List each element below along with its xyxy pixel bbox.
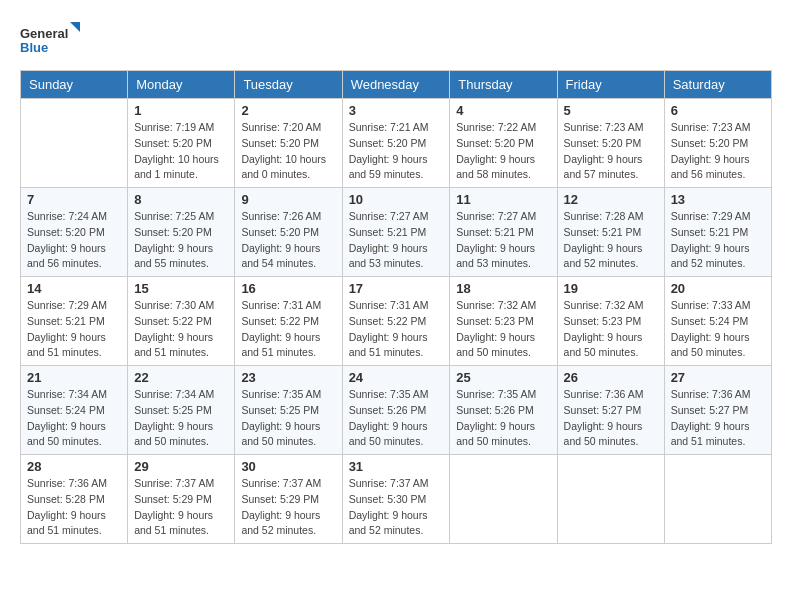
calendar-cell: 7Sunrise: 7:24 AMSunset: 5:20 PMDaylight… xyxy=(21,188,128,277)
day-number: 28 xyxy=(27,459,121,474)
calendar-cell: 8Sunrise: 7:25 AMSunset: 5:20 PMDaylight… xyxy=(128,188,235,277)
calendar-cell: 1Sunrise: 7:19 AMSunset: 5:20 PMDaylight… xyxy=(128,99,235,188)
calendar-cell xyxy=(450,455,557,544)
day-number: 8 xyxy=(134,192,228,207)
day-number: 26 xyxy=(564,370,658,385)
day-number: 17 xyxy=(349,281,444,296)
weekday-header-saturday: Saturday xyxy=(664,71,771,99)
calendar-cell: 25Sunrise: 7:35 AMSunset: 5:26 PMDayligh… xyxy=(450,366,557,455)
day-detail: Sunrise: 7:34 AMSunset: 5:25 PMDaylight:… xyxy=(134,387,228,450)
day-number: 2 xyxy=(241,103,335,118)
weekday-header-friday: Friday xyxy=(557,71,664,99)
day-detail: Sunrise: 7:34 AMSunset: 5:24 PMDaylight:… xyxy=(27,387,121,450)
calendar-cell: 13Sunrise: 7:29 AMSunset: 5:21 PMDayligh… xyxy=(664,188,771,277)
day-detail: Sunrise: 7:35 AMSunset: 5:26 PMDaylight:… xyxy=(456,387,550,450)
day-number: 18 xyxy=(456,281,550,296)
day-number: 7 xyxy=(27,192,121,207)
day-detail: Sunrise: 7:24 AMSunset: 5:20 PMDaylight:… xyxy=(27,209,121,272)
day-detail: Sunrise: 7:23 AMSunset: 5:20 PMDaylight:… xyxy=(671,120,765,183)
day-detail: Sunrise: 7:36 AMSunset: 5:27 PMDaylight:… xyxy=(671,387,765,450)
day-number: 1 xyxy=(134,103,228,118)
day-number: 27 xyxy=(671,370,765,385)
calendar-cell: 10Sunrise: 7:27 AMSunset: 5:21 PMDayligh… xyxy=(342,188,450,277)
day-number: 16 xyxy=(241,281,335,296)
day-detail: Sunrise: 7:29 AMSunset: 5:21 PMDaylight:… xyxy=(27,298,121,361)
header: GeneralBlue xyxy=(20,20,772,60)
day-number: 25 xyxy=(456,370,550,385)
day-number: 9 xyxy=(241,192,335,207)
day-number: 20 xyxy=(671,281,765,296)
day-detail: Sunrise: 7:26 AMSunset: 5:20 PMDaylight:… xyxy=(241,209,335,272)
svg-marker-2 xyxy=(70,22,80,32)
day-number: 6 xyxy=(671,103,765,118)
day-detail: Sunrise: 7:22 AMSunset: 5:20 PMDaylight:… xyxy=(456,120,550,183)
day-number: 5 xyxy=(564,103,658,118)
day-detail: Sunrise: 7:30 AMSunset: 5:22 PMDaylight:… xyxy=(134,298,228,361)
calendar-cell: 26Sunrise: 7:36 AMSunset: 5:27 PMDayligh… xyxy=(557,366,664,455)
day-number: 21 xyxy=(27,370,121,385)
calendar-cell: 18Sunrise: 7:32 AMSunset: 5:23 PMDayligh… xyxy=(450,277,557,366)
calendar-cell: 9Sunrise: 7:26 AMSunset: 5:20 PMDaylight… xyxy=(235,188,342,277)
day-detail: Sunrise: 7:32 AMSunset: 5:23 PMDaylight:… xyxy=(456,298,550,361)
calendar-cell: 19Sunrise: 7:32 AMSunset: 5:23 PMDayligh… xyxy=(557,277,664,366)
week-row-2: 7Sunrise: 7:24 AMSunset: 5:20 PMDaylight… xyxy=(21,188,772,277)
logo: GeneralBlue xyxy=(20,20,80,60)
day-number: 13 xyxy=(671,192,765,207)
svg-text:General: General xyxy=(20,26,68,41)
week-row-4: 21Sunrise: 7:34 AMSunset: 5:24 PMDayligh… xyxy=(21,366,772,455)
day-detail: Sunrise: 7:28 AMSunset: 5:21 PMDaylight:… xyxy=(564,209,658,272)
day-detail: Sunrise: 7:23 AMSunset: 5:20 PMDaylight:… xyxy=(564,120,658,183)
calendar-cell: 31Sunrise: 7:37 AMSunset: 5:30 PMDayligh… xyxy=(342,455,450,544)
day-detail: Sunrise: 7:21 AMSunset: 5:20 PMDaylight:… xyxy=(349,120,444,183)
day-detail: Sunrise: 7:32 AMSunset: 5:23 PMDaylight:… xyxy=(564,298,658,361)
logo-svg: GeneralBlue xyxy=(20,20,80,60)
calendar-cell: 30Sunrise: 7:37 AMSunset: 5:29 PMDayligh… xyxy=(235,455,342,544)
weekday-header-tuesday: Tuesday xyxy=(235,71,342,99)
day-number: 19 xyxy=(564,281,658,296)
week-row-5: 28Sunrise: 7:36 AMSunset: 5:28 PMDayligh… xyxy=(21,455,772,544)
day-number: 14 xyxy=(27,281,121,296)
calendar-cell: 15Sunrise: 7:30 AMSunset: 5:22 PMDayligh… xyxy=(128,277,235,366)
day-number: 31 xyxy=(349,459,444,474)
day-detail: Sunrise: 7:31 AMSunset: 5:22 PMDaylight:… xyxy=(241,298,335,361)
week-row-3: 14Sunrise: 7:29 AMSunset: 5:21 PMDayligh… xyxy=(21,277,772,366)
day-detail: Sunrise: 7:35 AMSunset: 5:25 PMDaylight:… xyxy=(241,387,335,450)
week-row-1: 1Sunrise: 7:19 AMSunset: 5:20 PMDaylight… xyxy=(21,99,772,188)
day-detail: Sunrise: 7:27 AMSunset: 5:21 PMDaylight:… xyxy=(349,209,444,272)
calendar-cell xyxy=(664,455,771,544)
day-number: 29 xyxy=(134,459,228,474)
calendar-cell: 12Sunrise: 7:28 AMSunset: 5:21 PMDayligh… xyxy=(557,188,664,277)
calendar-cell: 2Sunrise: 7:20 AMSunset: 5:20 PMDaylight… xyxy=(235,99,342,188)
day-detail: Sunrise: 7:37 AMSunset: 5:30 PMDaylight:… xyxy=(349,476,444,539)
day-number: 11 xyxy=(456,192,550,207)
day-number: 10 xyxy=(349,192,444,207)
day-number: 30 xyxy=(241,459,335,474)
calendar-cell xyxy=(557,455,664,544)
calendar-cell: 20Sunrise: 7:33 AMSunset: 5:24 PMDayligh… xyxy=(664,277,771,366)
day-detail: Sunrise: 7:27 AMSunset: 5:21 PMDaylight:… xyxy=(456,209,550,272)
calendar-cell: 21Sunrise: 7:34 AMSunset: 5:24 PMDayligh… xyxy=(21,366,128,455)
calendar-cell: 5Sunrise: 7:23 AMSunset: 5:20 PMDaylight… xyxy=(557,99,664,188)
day-number: 24 xyxy=(349,370,444,385)
weekday-header-sunday: Sunday xyxy=(21,71,128,99)
weekday-header-wednesday: Wednesday xyxy=(342,71,450,99)
weekday-header-row: SundayMondayTuesdayWednesdayThursdayFrid… xyxy=(21,71,772,99)
weekday-header-monday: Monday xyxy=(128,71,235,99)
calendar-cell: 11Sunrise: 7:27 AMSunset: 5:21 PMDayligh… xyxy=(450,188,557,277)
calendar-cell: 29Sunrise: 7:37 AMSunset: 5:29 PMDayligh… xyxy=(128,455,235,544)
calendar-cell: 27Sunrise: 7:36 AMSunset: 5:27 PMDayligh… xyxy=(664,366,771,455)
day-detail: Sunrise: 7:29 AMSunset: 5:21 PMDaylight:… xyxy=(671,209,765,272)
day-detail: Sunrise: 7:36 AMSunset: 5:28 PMDaylight:… xyxy=(27,476,121,539)
day-detail: Sunrise: 7:36 AMSunset: 5:27 PMDaylight:… xyxy=(564,387,658,450)
calendar-table: SundayMondayTuesdayWednesdayThursdayFrid… xyxy=(20,70,772,544)
calendar-cell: 23Sunrise: 7:35 AMSunset: 5:25 PMDayligh… xyxy=(235,366,342,455)
calendar-cell: 24Sunrise: 7:35 AMSunset: 5:26 PMDayligh… xyxy=(342,366,450,455)
day-detail: Sunrise: 7:33 AMSunset: 5:24 PMDaylight:… xyxy=(671,298,765,361)
day-detail: Sunrise: 7:31 AMSunset: 5:22 PMDaylight:… xyxy=(349,298,444,361)
calendar-cell: 28Sunrise: 7:36 AMSunset: 5:28 PMDayligh… xyxy=(21,455,128,544)
day-number: 4 xyxy=(456,103,550,118)
day-detail: Sunrise: 7:25 AMSunset: 5:20 PMDaylight:… xyxy=(134,209,228,272)
calendar-cell: 6Sunrise: 7:23 AMSunset: 5:20 PMDaylight… xyxy=(664,99,771,188)
weekday-header-thursday: Thursday xyxy=(450,71,557,99)
svg-text:Blue: Blue xyxy=(20,40,48,55)
